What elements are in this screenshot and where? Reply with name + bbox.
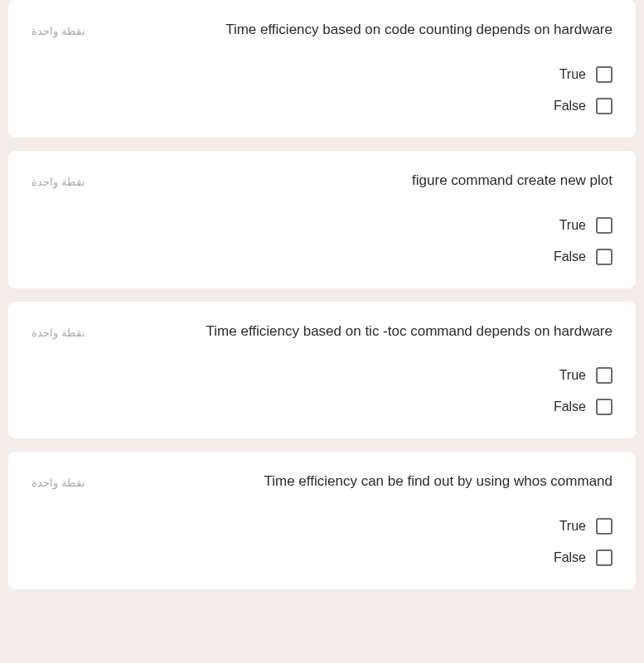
question-header: نقطة واحدة figure command create new plo… xyxy=(31,171,613,191)
options-container: True False xyxy=(31,66,613,114)
checkbox-true[interactable] xyxy=(596,66,613,83)
option-row-true[interactable]: True xyxy=(559,367,613,384)
option-label: False xyxy=(554,399,586,414)
option-label: False xyxy=(554,99,586,114)
question-header: نقطة واحدة Time efficiency based on code… xyxy=(31,20,613,40)
points-label: نقطة واحدة xyxy=(31,20,85,37)
options-container: True False xyxy=(31,367,613,415)
option-label: False xyxy=(554,550,586,565)
checkbox-false[interactable] xyxy=(596,249,613,265)
question-card: نقطة واحدة Time efficiency can be find o… xyxy=(8,452,636,589)
option-row-false[interactable]: False xyxy=(554,249,613,265)
checkbox-true[interactable] xyxy=(596,518,613,535)
checkbox-false[interactable] xyxy=(596,549,613,566)
question-text: Time efficiency can be find out by using… xyxy=(119,472,613,491)
checkbox-true[interactable] xyxy=(596,367,613,384)
checkbox-true[interactable] xyxy=(596,217,613,234)
points-label: نقطة واحدة xyxy=(31,322,85,339)
checkbox-false[interactable] xyxy=(596,98,613,114)
question-header: نقطة واحدة Time efficiency can be find o… xyxy=(31,472,613,491)
question-text: figure command create new plot xyxy=(119,171,613,191)
options-container: True False xyxy=(31,217,613,265)
question-text: Time efficiency based on code counting d… xyxy=(119,20,613,40)
question-header: نقطة واحدة Time efficiency based on tic … xyxy=(31,322,613,341)
option-row-true[interactable]: True xyxy=(559,66,613,83)
checkbox-false[interactable] xyxy=(596,399,613,415)
option-row-true[interactable]: True xyxy=(559,518,613,535)
option-label: False xyxy=(554,249,586,264)
points-label: نقطة واحدة xyxy=(31,472,85,489)
question-card: نقطة واحدة figure command create new plo… xyxy=(8,151,636,288)
option-label: True xyxy=(559,368,586,383)
question-card: نقطة واحدة Time efficiency based on code… xyxy=(8,0,636,138)
options-container: True False xyxy=(31,518,613,566)
option-row-false[interactable]: False xyxy=(554,98,613,114)
option-label: True xyxy=(559,519,586,534)
option-row-false[interactable]: False xyxy=(554,549,613,566)
option-row-false[interactable]: False xyxy=(554,399,613,415)
option-row-true[interactable]: True xyxy=(559,217,613,234)
option-label: True xyxy=(559,67,586,82)
points-label: نقطة واحدة xyxy=(31,171,85,188)
option-label: True xyxy=(559,218,586,233)
question-card: نقطة واحدة Time efficiency based on tic … xyxy=(8,302,636,439)
question-text: Time efficiency based on tic -toc comman… xyxy=(119,322,613,341)
